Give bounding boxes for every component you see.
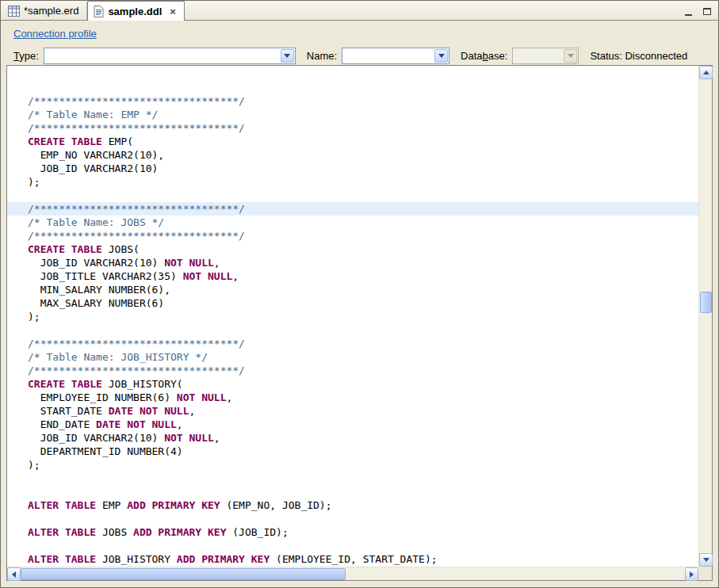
code-line: MIN_SALARY NUMBER(6), [7,283,698,296]
sql-file-icon [94,6,104,17]
code-lines: /*********************************//* Ta… [28,94,698,567]
database-combo-dropdown-button [564,49,577,63]
code-line: /* Table Name: EMP */ [7,108,698,121]
scroll-up-button[interactable] [699,66,713,79]
code-line: DEPARTMENT_ID NUMBER(4) [7,445,698,458]
minimize-button[interactable] [683,5,694,16]
chevron-down-icon [284,54,290,58]
code-line: /*********************************/ [7,94,698,108]
name-combo-dropdown-button[interactable] [434,49,448,63]
chevron-down-icon [438,54,445,58]
ddl-editor-window: *sample.erd sample.ddl × [0,0,719,588]
view-controls [683,5,713,16]
code-line [7,189,698,202]
scrollbar-corner [698,567,712,580]
code-line [7,485,698,498]
code-line: JOB_ID VARCHAR2(10) [7,162,698,175]
code-line: CREATE TABLE JOB_HISTORY( [7,377,698,391]
code-line: JOB_TITLE VARCHAR2(35) NOT NULL, [7,269,698,283]
type-label-text: ype: [19,50,39,62]
erd-diagram-icon [8,6,20,17]
code-line: /*********************************/ [7,229,698,242]
code-line: /*********************************/ [7,337,698,350]
type-combo[interactable] [44,48,296,64]
name-combo-value [342,48,434,63]
vertical-scrollbar[interactable] [698,66,712,567]
code-line: JOB_ID VARCHAR2(10) NOT NULL, [7,256,698,269]
connection-profile-title[interactable]: Connection profile [13,28,97,40]
code-line: MAX_SALARY NUMBER(6) [7,296,698,310]
code-line: /*********************************/ [7,202,698,216]
code-line: JOB_ID VARCHAR2(10) NOT NULL, [7,431,698,445]
close-icon[interactable]: × [170,6,176,17]
code-line: CREATE TABLE JOBS( [7,242,698,256]
code-line [7,323,698,337]
connection-profile-panel: Connection profile Type: Name: Database:… [1,21,718,65]
scroll-down-button[interactable] [699,553,713,567]
scroll-right-button[interactable] [685,567,698,581]
database-label: Database: [461,50,507,62]
code-line: CREATE TABLE EMP( [7,135,698,148]
code-line: EMPLOYEE_ID NUMBER(6) NOT NULL, [7,391,698,404]
scroll-left-button[interactable] [7,567,21,581]
code-line: ALTER TABLE JOB_HISTORY ADD PRIMARY KEY … [7,552,698,566]
connection-profile-form: Type: Name: Database: Status: Disconnect… [13,48,707,64]
arrow-left-icon [12,571,16,578]
sql-editor: /*********************************//* Ta… [6,65,713,581]
code-editor[interactable]: /*********************************//* Ta… [7,66,698,567]
code-line: /* Table Name: JOB_HISTORY */ [7,350,698,364]
code-line: ); [7,175,698,189]
tab-sample-erd[interactable]: *sample.erd [2,2,87,20]
code-line: END_DATE DATE NOT NULL, [7,418,698,431]
name-label: Name: [307,50,337,62]
maximize-icon [703,8,711,15]
chevron-down-icon [568,54,574,58]
type-combo-dropdown-button[interactable] [281,49,294,63]
type-combo-value [44,48,280,63]
arrow-down-icon [703,558,709,562]
horizontal-scrollbar[interactable] [7,567,698,580]
connection-status-text: Status: Disconnected [590,50,687,62]
vertical-scrollbar-thumb[interactable] [700,292,712,313]
code-line: ALTER TABLE EMP ADD PRIMARY KEY (EMP_NO,… [7,498,698,512]
code-line [7,539,698,552]
arrow-right-icon [690,571,694,578]
database-label-mnemonic: b [483,50,488,62]
maximize-button[interactable] [701,5,713,16]
code-line: ); [7,310,698,323]
arrow-up-icon [703,71,709,74]
tab-sample-ddl[interactable]: sample.ddl × [87,1,185,21]
name-combo[interactable] [342,48,449,64]
code-line: /*********************************/ [7,121,698,135]
type-label: Type: [13,50,39,62]
horizontal-scrollbar-thumb[interactable] [21,568,346,580]
database-combo-value [513,48,563,63]
code-line: ); [7,458,698,472]
tab-label: sample.ddl [108,6,162,17]
code-line: EMP_NO VARCHAR2(10), [7,148,698,162]
code-line: /*********************************/ [7,364,698,377]
code-line: START_DATE DATE NOT NULL, [7,404,698,418]
code-line [7,472,698,485]
minimize-icon [685,13,692,16]
database-combo [512,48,579,64]
database-label-text2: ase: [488,50,508,62]
editor-tabbar: *sample.erd sample.ddl × [1,1,718,21]
code-line [7,512,698,525]
code-line: /* Table Name: JOBS */ [7,216,698,229]
database-label-text: Data [461,50,482,62]
tab-label: *sample.erd [24,5,78,17]
code-line: ALTER TABLE JOBS ADD PRIMARY KEY (JOB_ID… [7,525,698,539]
